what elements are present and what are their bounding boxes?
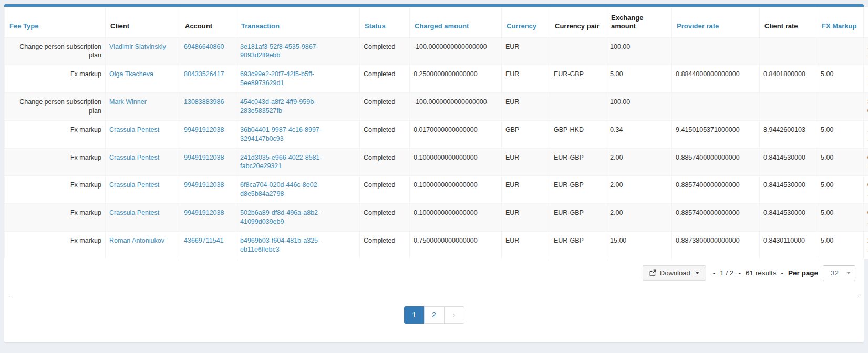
table-row: Fx markupCrassula Pentest9949191203836b0… — [5, 120, 868, 148]
page-button-1[interactable]: 1 — [404, 306, 425, 324]
col-header-exchange_amount: Exchange amount — [606, 7, 672, 38]
account-link[interactable]: 69486640860 — [184, 43, 224, 50]
cell-transaction: 454c043d-a8f2-4ff9-959b-283e583527fb — [236, 93, 360, 121]
cell-currency_pair: GBP-HKD — [550, 120, 606, 148]
transaction-link[interactable]: 454c043d-a8f2-4ff9-959b-283e583527fb — [240, 98, 316, 115]
col-header-label: Status — [365, 22, 386, 30]
cell-fx_markup: 5.00 — [817, 204, 864, 232]
cell-charged_at: 02.03.2023 11:25:55 — [864, 204, 868, 232]
col-header-currency[interactable]: Currency — [502, 7, 550, 38]
transaction-link[interactable]: 693c99e2-20f7-42f5-b5ff-5ee8973629d1 — [240, 70, 314, 87]
cell-charged_amount: 0.7500000000000000 — [410, 231, 502, 259]
col-header-label: Provider rate — [677, 22, 719, 30]
col-header-fx_markup[interactable]: FX Markup — [817, 7, 864, 38]
cell-exchange_amount: 5.00 — [606, 65, 672, 93]
client-link[interactable]: Crassula Pentest — [109, 181, 159, 189]
cell-client_rate: 0.8430110000 — [760, 231, 817, 259]
export-icon — [649, 269, 656, 276]
cell-client: Roman Antoniukov — [106, 231, 180, 259]
account-link[interactable]: 80433526417 — [184, 70, 224, 78]
cell-fx_markup — [817, 37, 864, 65]
cell-account: 99491912038 — [180, 176, 236, 204]
table-body: Change person subscription planVladimir … — [5, 37, 868, 259]
page-button-2[interactable]: 2 — [424, 306, 445, 324]
account-link[interactable]: 99491912038 — [184, 181, 224, 189]
client-link[interactable]: Olga Tkacheva — [109, 70, 153, 78]
cell-fee_type: Fx markup — [5, 65, 106, 93]
cell-status: Completed — [360, 204, 410, 232]
transaction-link[interactable]: 36b04401-9987-4c16-8997-3294147b0c93 — [240, 126, 322, 142]
cell-fee_type: Fx markup — [5, 120, 106, 148]
cell-account: 69486640860 — [180, 37, 236, 65]
cell-transaction: 36b04401-9987-4c16-8997-3294147b0c93 — [236, 120, 360, 148]
transaction-link[interactable]: 3e181af3-52f8-4535-9867-9093d2ff9ebb — [240, 43, 318, 59]
cell-client_rate: 0.8414530000 — [760, 176, 817, 204]
cell-fee_type: Change person subscription plan — [5, 93, 106, 121]
client-link[interactable]: Crassula Pentest — [109, 154, 159, 161]
col-header-status[interactable]: Status — [360, 7, 410, 38]
client-link[interactable]: Crassula Pentest — [109, 126, 159, 133]
col-header-label: Fee Type — [9, 22, 38, 30]
client-link[interactable]: Crassula Pentest — [109, 209, 159, 216]
col-header-label: Transaction — [241, 22, 280, 30]
cell-exchange_amount: 15.00 — [606, 231, 672, 259]
cell-charged_at: 02.03.2023 11:26:14 — [864, 176, 868, 204]
cell-fee_type: Fx markup — [5, 231, 106, 259]
cell-status: Completed — [360, 231, 410, 259]
cell-client: Olga Tkacheva — [106, 65, 180, 93]
cell-currency_pair — [550, 37, 606, 65]
cell-provider_rate: 0.8873800000000000 — [672, 231, 760, 259]
cell-account: 99491912038 — [180, 204, 236, 232]
cell-currency: EUR — [502, 176, 550, 204]
cell-client: Mark Winner — [106, 93, 180, 121]
cell-fx_markup: 5.00 — [817, 65, 864, 93]
col-header-provider_rate[interactable]: Provider rate — [672, 7, 760, 38]
cell-fx_markup: 5.00 — [817, 231, 864, 259]
cell-fee_type: Fx markup — [5, 148, 106, 176]
client-link[interactable]: Mark Winner — [109, 98, 147, 106]
cell-currency_pair: EUR-GBP — [550, 148, 606, 176]
transaction-link[interactable]: b4969b03-f604-481b-a325-eb11e6ffebc3 — [240, 237, 320, 253]
col-header-currency_pair: Currency pair — [550, 7, 606, 38]
col-header-client: Client — [106, 7, 180, 38]
col-header-transaction[interactable]: Transaction — [236, 7, 360, 38]
cell-client_rate: 8.9442600103 — [760, 120, 817, 148]
cell-charged_amount: -100.0000000000000000 — [410, 93, 502, 121]
transaction-link[interactable]: 241d3035-e966-4022-8581-fabc20e29321 — [240, 154, 322, 170]
account-link[interactable]: 99491912038 — [184, 209, 224, 216]
cell-account: 99491912038 — [180, 120, 236, 148]
transaction-link[interactable]: 502b6a89-df8d-496a-a8b2-41099d039eb9 — [240, 209, 320, 225]
cell-transaction: 6f8ca704-020d-446c-8e02-d8e5b84a2798 — [236, 176, 360, 204]
transaction-link[interactable]: 6f8ca704-020d-446c-8e02-d8e5b84a2798 — [240, 181, 319, 198]
cell-client_rate — [760, 37, 817, 65]
table-header-row: Fee TypeClientAccountTransactionStatusCh… — [5, 7, 868, 38]
download-button[interactable]: Download — [643, 265, 706, 281]
account-link[interactable]: 43669711541 — [184, 237, 224, 244]
account-link[interactable]: 13083883986 — [184, 98, 224, 106]
cell-status: Completed — [360, 93, 410, 121]
cell-fx_markup: 5.00 — [817, 120, 864, 148]
col-header-charged_amount[interactable]: Charged amount — [410, 7, 502, 38]
separator: - — [713, 269, 716, 277]
account-link[interactable]: 99491912038 — [184, 154, 224, 161]
cell-currency: EUR — [502, 148, 550, 176]
client-link[interactable]: Roman Antoniukov — [109, 237, 164, 244]
client-link[interactable]: Vladimir Slatvinskiy — [109, 43, 166, 50]
cell-account: 99491912038 — [180, 148, 236, 176]
col-header-charged_at[interactable]: Charged At↑ — [864, 7, 868, 38]
table-row: Change person subscription planVladimir … — [5, 37, 868, 65]
separator: - — [738, 269, 741, 277]
table-row: Fx markupCrassula Pentest99491912038502b… — [5, 204, 868, 232]
table-row: Fx markupRoman Antoniukov43669711541b496… — [5, 231, 868, 259]
cell-client: Crassula Pentest — [106, 148, 180, 176]
per-page-select[interactable]: 32 — [823, 265, 855, 281]
cell-provider_rate — [672, 93, 760, 121]
next-page-button[interactable]: › — [444, 306, 464, 324]
cell-currency_pair — [550, 93, 606, 121]
cell-status: Completed — [360, 176, 410, 204]
col-header-fee_type[interactable]: Fee Type — [5, 7, 106, 38]
account-link[interactable]: 99491912038 — [184, 126, 224, 133]
cell-currency_pair: EUR-GBP — [550, 65, 606, 93]
cell-currency: EUR — [502, 37, 550, 65]
col-header-label: Charged amount — [415, 22, 469, 30]
